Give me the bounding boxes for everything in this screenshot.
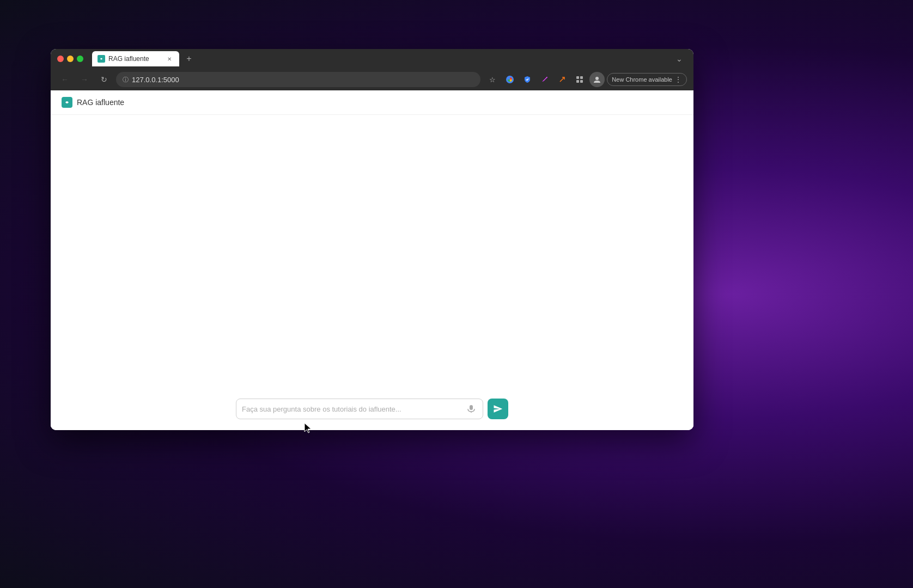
new-chrome-more-icon: ⋮ [674,75,682,84]
maximize-button[interactable] [77,56,83,62]
ext-shield-btn[interactable] [520,72,535,87]
new-chrome-badge[interactable]: New Chrome available ⋮ [607,73,687,86]
window-controls-right: ⌄ [672,51,687,66]
bookmark-button[interactable]: ☆ [485,72,500,87]
minimize-button[interactable] [67,56,74,62]
chat-input[interactable] [242,405,465,413]
new-tab-button[interactable]: + [181,51,197,66]
send-button[interactable] [488,399,508,419]
send-icon [493,404,503,414]
back-button[interactable]: ← [57,72,72,87]
active-tab[interactable]: RAG iafluente ✕ [92,51,179,66]
svg-rect-3 [580,76,583,79]
window-collapse-button[interactable]: ⌄ [672,51,687,66]
page-header: RAG iafluente [51,90,693,115]
page-logo-icon [62,97,72,108]
svg-rect-8 [470,405,473,410]
ext-edit-btn[interactable] [537,72,552,87]
address-text: 127.0.0.1:5000 [132,76,474,84]
desktop: RAG iafluente ✕ + ⌄ ← → ↻ ⓘ 127.0.0.1 [0,0,913,588]
svg-rect-4 [576,80,579,83]
nav-actions: ☆ [485,72,687,87]
page-content: RAG iafluente [51,90,693,430]
page-title: RAG iafluente [77,98,124,107]
tab-bar: RAG iafluente ✕ + [88,51,667,66]
extensions-button[interactable] [572,72,587,87]
title-bar: RAG iafluente ✕ + ⌄ [51,49,693,69]
nav-bar: ← → ↻ ⓘ 127.0.0.1:5000 ☆ [51,69,693,90]
traffic-lights [57,56,83,62]
ext-google-btn[interactable] [502,72,518,87]
ext-arrow-btn[interactable] [555,72,570,87]
reload-button[interactable]: ↻ [96,72,112,87]
tab-close-button[interactable]: ✕ [165,54,174,63]
svg-rect-5 [580,80,583,83]
browser-window: RAG iafluente ✕ + ⌄ ← → ↻ ⓘ 127.0.0.1 [51,49,693,430]
new-chrome-label: New Chrome available [612,76,672,83]
svg-point-6 [595,77,599,80]
tab-favicon [98,55,105,63]
mic-button[interactable] [465,403,477,415]
close-button[interactable] [57,56,64,62]
main-area [51,115,693,430]
chat-input-wrapper[interactable] [236,399,483,419]
tab-title: RAG iafluente [108,55,162,63]
input-area [236,399,508,419]
address-bar[interactable]: ⓘ 127.0.0.1:5000 [116,72,480,87]
address-icon: ⓘ [123,76,129,84]
profile-button[interactable] [589,72,605,87]
svg-rect-2 [576,76,579,79]
forward-button[interactable]: → [77,72,92,87]
